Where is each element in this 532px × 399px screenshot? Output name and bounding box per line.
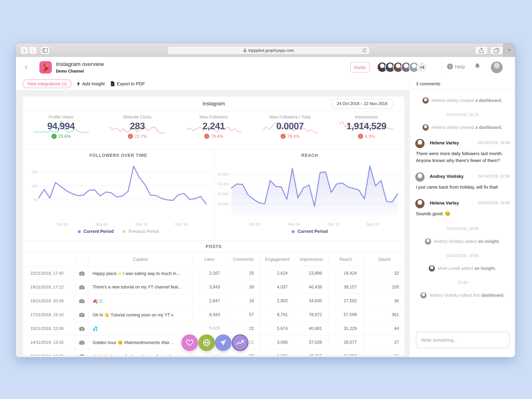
tabs-icon xyxy=(494,48,499,53)
comments-list[interactable]: HVHelena Varley createda dashboard.04/10… xyxy=(410,90,515,328)
browser-forward-button[interactable]: › xyxy=(29,46,37,54)
send-plane-action-button[interactable] xyxy=(215,334,231,351)
app-header: ‹ 💃 Instagram overview Demo Channel Invi… xyxy=(16,57,515,78)
post-thumbnail xyxy=(75,322,88,336)
activity-item: AVAndrey Vinitsky addedan insight. xyxy=(410,238,515,244)
x-axis-tick xyxy=(334,219,334,221)
kpi-label: New Followers xyxy=(176,115,252,120)
post-caption: 🍂❄️ xyxy=(88,294,192,308)
send-plane-icon xyxy=(219,339,227,347)
avatar: HV xyxy=(415,139,424,148)
post-engagement: 8,761 xyxy=(260,308,294,322)
comment-item: HVHelena Varley04/10/2018, 18:58There we… xyxy=(410,140,515,164)
share-button[interactable] xyxy=(475,46,488,54)
browser-back-button[interactable]: ‹ xyxy=(20,46,28,54)
notifications-button[interactable] xyxy=(474,63,481,71)
user-avatar[interactable] xyxy=(491,62,503,73)
post-likes: 8,343 xyxy=(192,308,226,322)
help-button[interactable]: ? Help xyxy=(447,63,465,70)
address-bar[interactable]: tripppled.graphyapp.com xyxy=(168,46,370,54)
photo-thumbnail-icon xyxy=(79,340,84,345)
column-header xyxy=(23,253,75,266)
kpi-delta: ↓78.4% xyxy=(176,134,252,139)
team-overflow-badge[interactable]: +4 xyxy=(417,62,427,73)
post-comments: 57 xyxy=(226,308,260,322)
tabs-overview-button[interactable] xyxy=(490,46,503,54)
comment-item: HVHelena Varley04/10/2018, 18:58Sounds g… xyxy=(410,201,515,217)
post-thumbnail xyxy=(75,308,88,322)
x-axis-label: Nov 04 xyxy=(282,222,306,226)
y-axis-label: 150 xyxy=(23,170,37,174)
post-date: 15/11/2018, 22:00 xyxy=(23,322,75,336)
trend-icon xyxy=(236,340,244,346)
table-row[interactable]: 22/11/2018, 17:42Happy place✨ I was eati… xyxy=(23,266,405,280)
share-icon xyxy=(479,48,484,53)
team-avatars: +4 xyxy=(377,62,427,73)
avatar: HV xyxy=(415,199,424,209)
add-insight-button[interactable]: Add Insight xyxy=(77,78,105,90)
heart-action-button[interactable] xyxy=(181,334,198,351)
x-axis-label: Nov 11 xyxy=(130,222,154,226)
activity-object: an insight. xyxy=(478,239,500,244)
table-row[interactable]: 18/11/2018, 20:29🍂❄️2,847192,90234,93527… xyxy=(23,294,405,308)
globe-action-button[interactable] xyxy=(198,334,215,351)
post-comments: 19 xyxy=(226,294,260,308)
kpi-label: Profile Views xyxy=(23,115,99,120)
channel-icon[interactable]: 💃 xyxy=(39,61,52,74)
legend-dot xyxy=(123,230,126,233)
export-pdf-label: Export to PDF xyxy=(117,81,145,86)
avatar: AV xyxy=(415,172,424,182)
browser-chrome: ‹ › tripppled.graphyapp.co xyxy=(16,43,515,57)
post-reach: 34,050 xyxy=(328,349,363,356)
kpi-delta: ↓4.3% xyxy=(328,134,405,139)
x-axis-tick xyxy=(142,219,142,221)
chart-title: REACH xyxy=(214,153,405,158)
avatar: AV xyxy=(425,238,431,244)
posts-section-header: POSTS xyxy=(23,241,405,253)
post-caption: Happy place✨ I was eating way to much in… xyxy=(88,266,192,280)
chart-legend: Current Period xyxy=(214,229,405,234)
avatar: HV xyxy=(423,97,429,104)
y-axis-label: 100 xyxy=(23,184,37,188)
dashboard-back-button[interactable]: ‹ xyxy=(25,63,27,71)
x-axis-label: Nov 18 xyxy=(169,222,193,226)
post-comments: 25 xyxy=(226,266,260,280)
dashboard-content: Instagram 24 Oct 2018 – 22 Nov 2018 Prof… xyxy=(16,90,409,357)
comments-sidebar: 3 comments HVHelena Varley createda dash… xyxy=(409,78,515,357)
post-caption: There's a new tutorial on my YT channel … xyxy=(88,280,192,294)
chart-plot xyxy=(214,161,405,217)
photo-thumbnail-icon xyxy=(79,326,84,331)
post-saved: 36 xyxy=(363,294,405,308)
screen: ‹ › tripppled.graphyapp.co xyxy=(0,0,532,399)
table-row[interactable]: 17/11/2018, 15:10Oh hi 👋 Tutorial coming… xyxy=(23,308,405,322)
header-divider xyxy=(441,60,442,74)
new-tab-button[interactable]: + xyxy=(503,43,515,57)
activity-timestamp: 04/10/2018, 18:59 xyxy=(410,227,515,231)
posts-table-header: CaptionLikesCommentsEngagementImpression… xyxy=(23,253,405,266)
add-insight-label: Add Insight xyxy=(82,81,105,86)
post-reach: 38,157 xyxy=(328,280,363,294)
post-likes: 2,847 xyxy=(192,294,226,308)
reload-icon[interactable] xyxy=(362,48,367,53)
invite-button[interactable]: Invite xyxy=(350,62,370,73)
kpi-delta-value: 22.7% xyxy=(135,134,147,139)
table-row[interactable]: 19/11/2018, 17:12There's a new tutorial … xyxy=(23,280,405,294)
avatar: AV xyxy=(420,292,426,298)
activity-item: HVHelena Varley createda dashboard. xyxy=(410,97,515,104)
export-pdf-button[interactable]: Export to PDF xyxy=(111,78,145,90)
kpi-delta: ↓78.4% xyxy=(252,134,328,139)
date-range-picker[interactable]: 24 Oct 2018 – 22 Nov 2018 xyxy=(332,99,393,108)
delta-up-icon: ↑ xyxy=(51,134,57,139)
globe-icon xyxy=(203,339,210,347)
comment-input[interactable] xyxy=(416,332,510,348)
post-saved: 155 xyxy=(363,280,405,294)
delta-down-icon: ↓ xyxy=(280,134,286,139)
post-date: 17/11/2018, 15:10 xyxy=(23,308,75,322)
sidebar-toggle-button[interactable] xyxy=(40,46,50,54)
trend-action-button[interactable] xyxy=(232,334,248,351)
post-impressions: 42,715 xyxy=(294,349,328,356)
kpi-value: 1,914,529 xyxy=(328,121,405,132)
view-integrations-button[interactable]: View Integrations (1) xyxy=(22,79,72,88)
post-thumbnail xyxy=(75,294,88,308)
legend-label: Previous Period xyxy=(128,229,159,234)
